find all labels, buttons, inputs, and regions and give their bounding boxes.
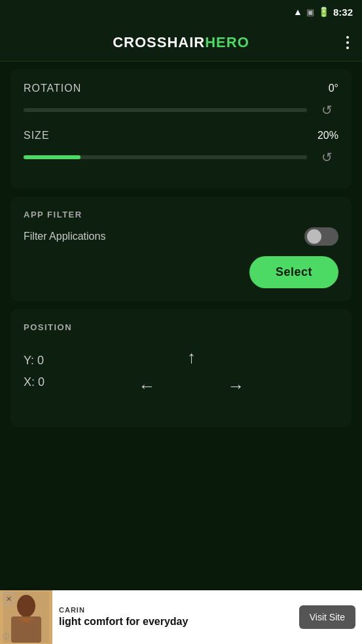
app-title-white: CROSSHAIR: [113, 34, 205, 50]
position-values: Y: 0 X: 0: [24, 354, 45, 389]
size-reset-button[interactable]: ↺: [315, 145, 338, 169]
rotation-slider-track[interactable]: [24, 108, 307, 112]
rotation-value: 0°: [329, 83, 338, 94]
sim-icon: ▣: [306, 7, 314, 17]
top-bar: CROSSHAIRHERO: [0, 24, 362, 62]
ad-banner: ✕ ⓘ CARIN light comfort for everyday Vis…: [0, 590, 362, 644]
ad-text-area: CARIN light comfort for everyday: [52, 601, 299, 633]
position-controls: Y: 0 X: 0 ↑ ← →: [24, 343, 338, 400]
ad-copy: light comfort for everyday: [59, 615, 293, 628]
status-bar: ▲ ▣ 🔋 8:32: [0, 0, 362, 24]
size-value: 20%: [317, 130, 338, 142]
rotation-slider-row: ↺: [24, 98, 338, 122]
y-value: Y: 0: [24, 354, 45, 368]
status-icons: ▲ ▣ 🔋 8:32: [293, 7, 353, 18]
rotation-size-card: ROTATION 0° ↺ SIZE 20% ↺: [10, 69, 352, 189]
svg-point-1: [17, 595, 35, 617]
battery-icon: 🔋: [318, 7, 329, 17]
toggle-thumb: [307, 229, 321, 244]
position-card: POSITION Y: 0 X: 0 ↑ ← →: [10, 309, 352, 427]
dpad-left-button[interactable]: ←: [133, 371, 162, 400]
size-row: SIZE 20%: [24, 130, 338, 142]
rotation-reset-button[interactable]: ↺: [315, 98, 338, 122]
status-time: 8:32: [333, 7, 353, 18]
ad-info-icon[interactable]: ⓘ: [3, 632, 9, 641]
position-section-label: POSITION: [24, 322, 338, 332]
dpad-middle-row: ← →: [133, 371, 251, 400]
size-slider-fill: [24, 155, 81, 159]
menu-button[interactable]: [344, 33, 352, 52]
dpad-top-row: ↑: [177, 343, 206, 371]
select-button-row: Select: [24, 256, 338, 288]
wifi-icon: ▲: [293, 7, 302, 17]
dpad-up-button[interactable]: ↑: [177, 343, 206, 371]
filter-applications-row: Filter Applications: [24, 227, 338, 246]
dpad-center: [177, 371, 206, 400]
app-filter-card: APP FILTER Filter Applications Select: [10, 197, 352, 301]
rotation-label: ROTATION: [24, 83, 81, 94]
app-title: CROSSHAIRHERO: [113, 34, 249, 51]
size-slider-row: ↺: [24, 145, 338, 169]
rotation-row: ROTATION 0°: [24, 83, 338, 94]
filter-applications-toggle[interactable]: [304, 227, 338, 246]
dpad-right-button[interactable]: →: [222, 371, 251, 400]
ad-brand: CARIN: [59, 606, 293, 614]
filter-applications-label: Filter Applications: [24, 231, 105, 242]
main-content: ROTATION 0° ↺ SIZE 20% ↺ APP FILTER Filt…: [0, 69, 362, 427]
size-slider-track[interactable]: [24, 155, 307, 159]
app-title-green: HERO: [205, 34, 249, 50]
ad-close-button[interactable]: ✕: [3, 593, 14, 605]
ad-visit-button[interactable]: Visit Site: [299, 605, 355, 629]
select-button[interactable]: Select: [249, 256, 338, 288]
app-filter-section-label: APP FILTER: [24, 210, 338, 219]
dpad: ↑ ← →: [45, 343, 338, 400]
x-value: X: 0: [24, 375, 45, 389]
size-label: SIZE: [24, 130, 50, 142]
